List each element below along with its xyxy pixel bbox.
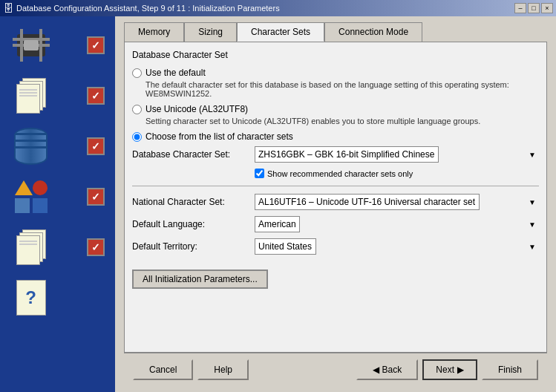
radio-choose-input[interactable]	[132, 132, 142, 142]
checkmark-3: ✓	[87, 137, 105, 155]
tab-memory[interactable]: Memory	[124, 22, 184, 42]
app-icon: 🗄	[3, 2, 13, 14]
national-charset-select[interactable]: AL16UTF16 – Unicode UTF-16 Universal cha…	[255, 194, 480, 210]
default-territory-select[interactable]: United States	[255, 238, 316, 255]
finish-button[interactable]: Finish	[482, 359, 538, 380]
title-bar: 🗄 Database Configuration Assistant, Step…	[0, 0, 556, 16]
checkmark-1: ✓	[87, 36, 105, 54]
checkmark-4: ✓	[87, 188, 105, 206]
db-charset-select-wrapper: ZHS16GBK – GBK 16-bit Simplified Chinese…	[255, 146, 539, 163]
checkmark-2: ✓	[87, 87, 105, 105]
default-lang-select-wrapper: American ▼	[255, 216, 539, 232]
close-button[interactable]: ×	[541, 3, 553, 13]
left-buttons: Cancel Help	[133, 359, 249, 380]
cancel-button[interactable]: Cancel	[133, 359, 193, 380]
radio-default-label[interactable]: Use the default	[132, 68, 539, 78]
db-charset-arrow-icon: ▼	[529, 151, 536, 159]
next-button[interactable]: Next ▶	[422, 359, 477, 380]
default-territory-row: Default Territory: United States ▼	[132, 238, 539, 255]
show-recommended-label[interactable]: Show recommended character sets only	[267, 169, 413, 178]
radio-group-choose: Choose from the list of character sets	[132, 131, 539, 142]
left-panel: ✓ ✓	[0, 16, 115, 392]
next-arrow-icon: ▶	[457, 365, 464, 375]
tab-sizing[interactable]: Sizing	[184, 22, 237, 42]
barrel-icon	[10, 128, 51, 165]
default-lang-row: Default Language: American ▼	[132, 216, 539, 232]
default-territory-arrow-icon: ▼	[529, 243, 536, 251]
radio-default-input[interactable]	[132, 68, 142, 78]
radio-unicode-desc: Setting character set to Unicode (AL32UT…	[145, 117, 539, 125]
radio-default-desc: The default character set for this datab…	[145, 80, 539, 98]
show-recommended-row: Show recommended character sets only	[255, 169, 539, 178]
back-button[interactable]: ◀ Back	[356, 359, 419, 380]
right-buttons: ◀ Back Next ▶ Finish	[356, 359, 538, 380]
window-title: Database Configuration Assistant, Step 9…	[16, 4, 280, 13]
radio-group-unicode: Use Unicode (AL32UTF8) Setting character…	[132, 104, 539, 125]
checkmark-5: ✓	[87, 238, 105, 256]
help-button[interactable]: Help	[197, 359, 249, 380]
default-territory-label: Default Territory:	[132, 241, 255, 252]
icon-row-shapes: ✓	[7, 175, 108, 218]
tab-character-sets[interactable]: Character Sets	[237, 22, 324, 42]
bottom-nav: Cancel Help ◀ Back Next ▶ Finish	[124, 353, 547, 386]
shapes-icon	[10, 178, 51, 215]
default-lang-select[interactable]: American	[255, 216, 300, 232]
radio-group-default: Use the default The default character se…	[132, 68, 539, 98]
icon-row-docs2: ✓	[7, 226, 108, 269]
window-controls: – □ ×	[514, 3, 553, 13]
back-arrow-icon: ◀	[373, 365, 379, 375]
divider-1	[132, 186, 539, 186]
radio-unicode-label[interactable]: Use Unicode (AL32UTF8)	[132, 104, 539, 114]
all-init-button[interactable]: All Initialization Parameters...	[132, 270, 268, 289]
national-charset-row: National Character Set: AL16UTF16 – Unic…	[132, 194, 539, 210]
question-icon: ?	[10, 279, 51, 316]
tab-bar: Memory Sizing Character Sets Connection …	[124, 22, 547, 42]
tab-connection-mode[interactable]: Connection Mode	[324, 22, 422, 42]
section-title: Database Character Set	[132, 50, 539, 60]
icon-row-chip: ✓	[7, 24, 108, 67]
radio-choose-label[interactable]: Choose from the list of character sets	[132, 131, 539, 142]
docs-icon-1	[10, 77, 51, 114]
national-charset-select-wrapper: AL16UTF16 – Unicode UTF-16 Universal cha…	[255, 194, 539, 210]
db-charset-select[interactable]: ZHS16GBK – GBK 16-bit Simplified Chinese	[255, 146, 439, 163]
default-lang-arrow-icon: ▼	[529, 220, 536, 229]
icon-row-docs1: ✓	[7, 74, 108, 117]
minimize-button[interactable]: –	[514, 3, 526, 13]
chip-icon	[10, 27, 51, 64]
radio-unicode-input[interactable]	[132, 105, 142, 114]
default-lang-label: Default Language:	[132, 219, 255, 229]
maximize-button[interactable]: □	[528, 3, 540, 13]
db-charset-row: Database Character Set: ZHS16GBK – GBK 1…	[132, 146, 539, 163]
all-init-wrapper: All Initialization Parameters...	[132, 270, 539, 289]
show-recommended-checkbox[interactable]	[255, 169, 264, 178]
right-panel: Memory Sizing Character Sets Connection …	[115, 16, 556, 392]
tab-content: Database Character Set Use the default T…	[124, 42, 547, 353]
icon-row-question: ?	[7, 276, 108, 319]
db-charset-label: Database Character Set:	[132, 149, 255, 160]
default-territory-select-wrapper: United States ▼	[255, 238, 539, 255]
docs-icon-2	[10, 229, 51, 266]
national-charset-arrow-icon: ▼	[529, 198, 536, 206]
icon-row-barrel: ✓	[7, 125, 108, 168]
national-charset-label: National Character Set:	[132, 197, 255, 207]
